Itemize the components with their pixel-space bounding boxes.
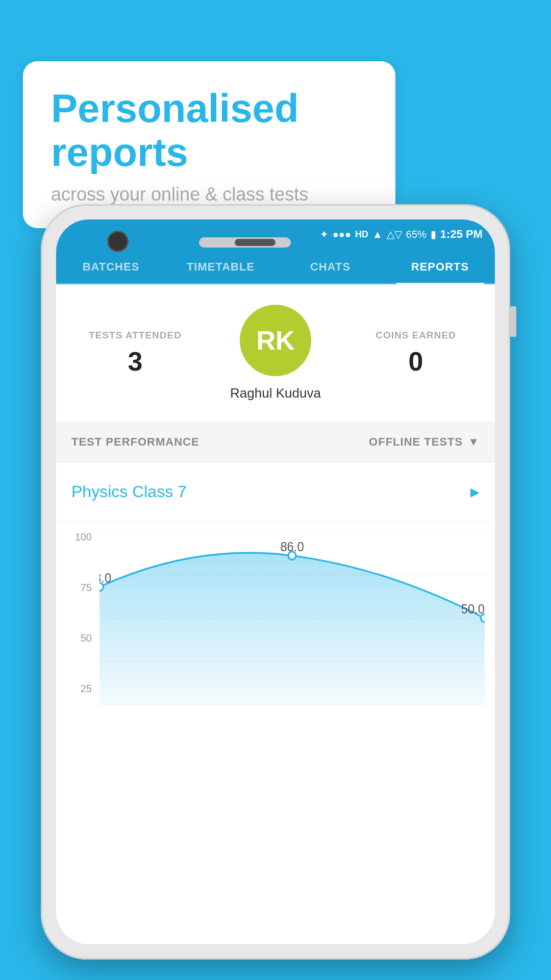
- speech-bubble: Personalised reports across your online …: [23, 61, 395, 228]
- tab-chats[interactable]: CHATS: [276, 249, 385, 283]
- y-label-50: 50: [66, 632, 92, 644]
- tests-attended-block: TESTS ATTENDED 3: [71, 330, 199, 377]
- tab-batches[interactable]: BATCHES: [56, 249, 166, 283]
- phone: ✦ ●●● HD ▲ △▽ 65% ▮ 1:25 PM BATCHES TIME…: [41, 204, 510, 960]
- phone-screen: ✦ ●●● HD ▲ △▽ 65% ▮ 1:25 PM BATCHES TIME…: [56, 219, 495, 944]
- signal-icon: ●●●: [333, 229, 351, 240]
- chart-y-axis: 100 75 50 25: [66, 531, 92, 705]
- network-icon: △▽: [387, 228, 402, 240]
- tab-reports[interactable]: REPORTS: [385, 249, 495, 283]
- hd-label: HD: [355, 229, 368, 240]
- test-performance-label: TEST PERFORMANCE: [71, 435, 199, 449]
- battery-label: 65%: [406, 229, 427, 240]
- y-label-100: 100: [66, 531, 92, 543]
- tab-timetable[interactable]: TIMETABLE: [166, 249, 276, 283]
- y-label-75: 75: [66, 582, 92, 594]
- power-button: [510, 306, 516, 337]
- home-button: [235, 239, 276, 246]
- chevron-down-icon: ▼: [468, 435, 480, 449]
- test-performance-header: TEST PERFORMANCE OFFLINE TESTS ▼: [56, 422, 495, 462]
- avatar-name: Raghul Kuduva: [230, 385, 321, 401]
- bubble-title: Personalised reports: [51, 87, 367, 175]
- chart-area: 100 75 50 25: [56, 521, 495, 715]
- y-label-25: 25: [66, 683, 92, 695]
- physics-class-row[interactable]: Physics Class 7 ▸: [56, 462, 495, 521]
- coins-earned-block: COINS EARNED 0: [352, 330, 480, 377]
- bubble-subtitle: across your online & class tests: [51, 184, 367, 205]
- battery-icon: ▮: [431, 228, 436, 240]
- status-time: 1:25 PM: [440, 228, 483, 241]
- chevron-right-icon: ▸: [470, 481, 480, 502]
- coins-earned-label: COINS EARNED: [352, 330, 480, 341]
- svg-text:50.0: 50.0: [461, 602, 485, 616]
- avatar-initials: RK: [256, 325, 294, 356]
- offline-tests-label: OFFLINE TESTS: [369, 435, 463, 449]
- status-icons: ✦ ●●● HD ▲ △▽ 65% ▮ 1:25 PM: [320, 228, 483, 241]
- offline-tests-dropdown[interactable]: OFFLINE TESTS ▼: [369, 435, 480, 449]
- svg-text:68.0: 68.0: [99, 571, 111, 585]
- svg-text:86.0: 86.0: [280, 540, 304, 554]
- chart-inner: 68.0 86.0 50.0: [99, 531, 485, 715]
- bluetooth-icon: ✦: [320, 228, 329, 240]
- avatar: RK: [240, 305, 311, 376]
- phone-outer: ✦ ●●● HD ▲ △▽ 65% ▮ 1:25 PM BATCHES TIME…: [41, 204, 510, 960]
- wifi-icon: ▲: [372, 229, 383, 240]
- tests-attended-label: TESTS ATTENDED: [71, 330, 199, 341]
- coins-earned-value: 0: [352, 346, 480, 377]
- avatar-block: RK Raghul Kuduva: [199, 305, 352, 401]
- nav-tabs: BATCHES TIMETABLE CHATS REPORTS: [56, 249, 495, 284]
- chart-svg: 68.0 86.0 50.0: [99, 531, 485, 705]
- tests-attended-value: 3: [71, 346, 199, 377]
- profile-section: TESTS ATTENDED 3 RK Raghul Kuduva COINS …: [56, 284, 495, 422]
- physics-class-label: Physics Class 7: [71, 482, 187, 501]
